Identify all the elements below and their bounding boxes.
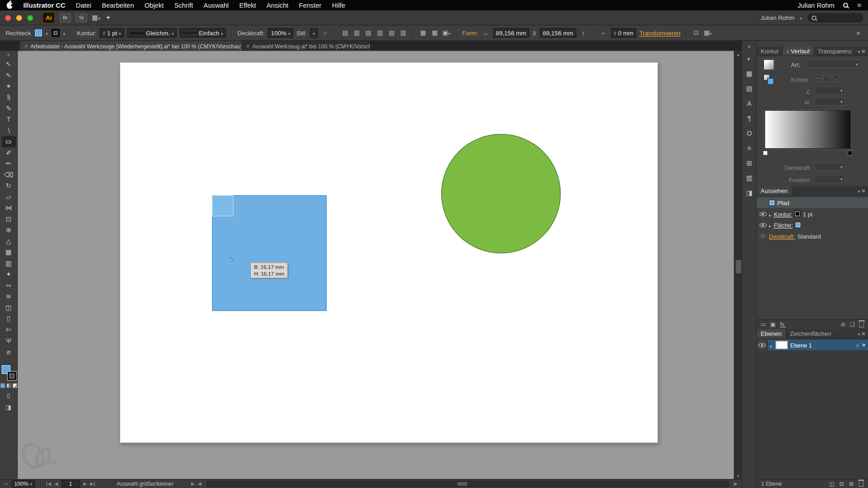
layer-selection-chip[interactable] (862, 343, 866, 347)
panel-menu-icon[interactable] (862, 47, 865, 54)
blue-rectangle-corner-shape[interactable] (212, 195, 234, 216)
layer-row[interactable]: Ebene 1 (757, 340, 868, 350)
visibility-eye-icon[interactable] (759, 234, 766, 238)
tab-zeichenflaechen[interactable]: Zeichenflächen (786, 329, 836, 338)
color-panel-icon[interactable]: ◐ (743, 51, 755, 66)
direct-selection-tool[interactable]: ⇖ (1, 70, 16, 80)
aussehen-collapse-icon[interactable] (858, 188, 860, 194)
previous-artboard-icon[interactable]: ◀ (55, 481, 58, 486)
kontur-row-link[interactable]: Kontur: (774, 211, 792, 217)
gradient-stop-white[interactable] (763, 150, 768, 155)
gradient-tool[interactable]: ▥ (1, 258, 16, 269)
user-account-menu[interactable]: Julian Rohm (760, 14, 794, 21)
eyedropper-tool[interactable]: ✦ (1, 269, 16, 280)
artboard-number-field[interactable]: 1 (61, 480, 80, 488)
menu-auswahl[interactable]: Auswahl (203, 1, 229, 9)
zoom-level-dropdown[interactable]: 100% (11, 480, 35, 488)
toolbar-menu-icon[interactable]: ≡ (7, 52, 10, 59)
app-search-field[interactable] (808, 13, 863, 22)
ebenen-menu-icon[interactable] (862, 330, 865, 337)
clear-appearance-icon[interactable]: ⊘ (841, 321, 845, 327)
scale-tool[interactable]: ▱ (1, 192, 16, 202)
gradient-type-dropdown[interactable] (806, 60, 861, 68)
shape-width-field[interactable]: 89,156 mm (493, 28, 529, 38)
gradient-aspect-field[interactable] (814, 98, 845, 106)
opentype-panel-icon[interactable]: O (743, 126, 755, 141)
corner-radius-field[interactable]: 0 mm (611, 28, 636, 38)
character-panel-icon[interactable]: A (743, 96, 755, 111)
layer-name[interactable]: Ebene 1 (790, 342, 812, 348)
menu-datei[interactable]: Datei (76, 1, 91, 9)
menu-fenster[interactable]: Fenster (299, 1, 321, 9)
width-profile-dropdown[interactable]: Gleichm. (127, 28, 176, 38)
mesh-tool[interactable]: ▦ (1, 247, 16, 258)
gradient-stroke-swatch[interactable] (767, 78, 774, 85)
status-popup-icon[interactable]: ▶ (191, 481, 195, 486)
make-clip-mask-icon[interactable]: ◫ (829, 481, 835, 487)
new-sublayer-icon[interactable]: ⊟ (840, 481, 844, 487)
spotlight-search-icon[interactable] (843, 3, 848, 8)
export-icon[interactable]: ↦ (5, 481, 8, 486)
notification-center-icon[interactable] (857, 1, 861, 9)
brushes-panel-icon[interactable]: ▤ (743, 81, 755, 96)
rotate-tool[interactable]: ↻ (1, 180, 16, 191)
kontur-color-swatch[interactable] (795, 211, 801, 217)
color-mode-icon[interactable] (0, 384, 5, 388)
arrange-documents-icon[interactable]: ▦ (92, 14, 100, 22)
menu-effekt[interactable]: Effekt (239, 1, 256, 9)
visibility-eye-icon[interactable] (759, 223, 766, 227)
eraser-tool[interactable]: ⌫ (1, 169, 16, 180)
panel-collapse-icon[interactable] (858, 47, 860, 54)
graphic-styles-panel-icon[interactable]: ◨ (743, 185, 755, 200)
stock-button[interactable]: St (76, 13, 87, 22)
expand-row-icon[interactable] (769, 221, 772, 228)
appearance-row-pfad[interactable]: Pfad (757, 197, 868, 208)
gradient-type-swatch[interactable] (764, 59, 774, 70)
gradient-mode-icon[interactable] (6, 384, 11, 388)
shape-height-field[interactable]: 89,156 mm (540, 28, 576, 38)
isolate-selection-icon[interactable]: ⊡ (692, 29, 700, 37)
duplicate-item-icon[interactable]: ❏ (850, 321, 855, 327)
blend-tool[interactable]: ∾ (1, 280, 16, 291)
next-artboard-icon[interactable]: ▶ (83, 481, 87, 486)
vertical-scrollbar[interactable]: ▲ ▼ (734, 51, 742, 479)
stroke-width-field[interactable]: 1 pt (100, 28, 124, 38)
transform-panel-link[interactable]: Transformieren (639, 30, 680, 37)
tab-ebenen[interactable]: Ebenen (757, 329, 786, 338)
appearance-row-deckkraft[interactable]: Deckkraft: Standard (757, 231, 868, 241)
menubar-user[interactable]: Julian Rohm (797, 1, 835, 9)
stroke-dropdown-icon[interactable] (63, 30, 65, 37)
menu-schrift[interactable]: Schrift (174, 1, 193, 9)
brush-definition-dropdown[interactable]: Einfach (180, 28, 226, 38)
add-effect-button[interactable]: fx. (780, 321, 786, 327)
fill-stroke-indicator[interactable] (1, 365, 16, 380)
tab-kontur[interactable]: Kontur (757, 47, 783, 56)
bridge-button[interactable]: Br (60, 13, 71, 22)
tab-transparenz[interactable]: Transparenz (814, 47, 856, 56)
gradient-within-stroke-icon[interactable]: ▭ (814, 75, 822, 82)
new-stroke-icon[interactable]: ▭ (760, 321, 766, 327)
delete-item-icon[interactable] (859, 322, 864, 327)
layer-visibility-eye-icon[interactable] (759, 343, 766, 347)
type-tool[interactable]: T (1, 114, 16, 125)
shape-builder-tool[interactable]: ⊕ (1, 225, 16, 235)
align-left-icon[interactable]: ▤ (341, 29, 349, 37)
artboard[interactable] (120, 62, 658, 442)
align-right-icon[interactable]: ▤ (364, 29, 373, 37)
app-menu-title[interactable]: Illustrator CC (23, 1, 65, 9)
gradient-along-stroke-icon[interactable]: ◠ (823, 75, 831, 82)
stroke-width-stepper-icon[interactable] (103, 31, 105, 35)
flaeche-color-swatch[interactable] (795, 222, 801, 228)
hand-tool[interactable]: Ψ (1, 335, 16, 346)
fill-color-swatch[interactable] (34, 29, 42, 37)
align-top-icon[interactable]: ▥ (376, 29, 384, 37)
symbols-panel-icon[interactable]: ⊞ (743, 155, 755, 170)
scroll-down-icon[interactable]: ▼ (736, 473, 740, 479)
align-bottom-icon[interactable]: ▥ (399, 29, 407, 37)
menu-bearbeiten[interactable]: Bearbeiten (102, 1, 134, 9)
slice-tool[interactable]: ✄ (1, 324, 16, 335)
apple-menu-icon[interactable] (7, 2, 13, 9)
gradient-opacity-field[interactable] (814, 163, 845, 171)
aussehen-menu-icon[interactable] (862, 188, 865, 194)
transparency-panel-icon[interactable]: ▥ (743, 170, 755, 185)
